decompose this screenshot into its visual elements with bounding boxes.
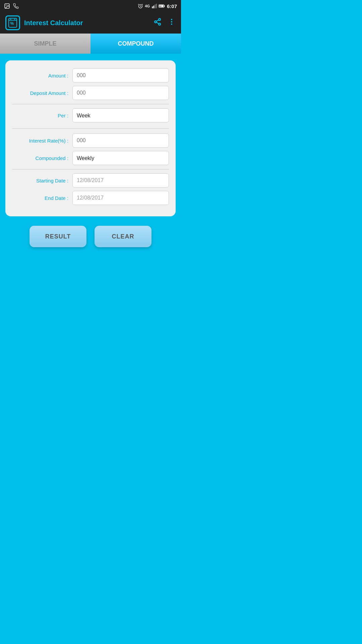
per-label: Per : [12,113,72,118]
svg-point-16 [14,19,15,20]
svg-point-1 [6,5,6,5]
interest-rate-row: Interest Rate(%) : [12,133,169,149]
svg-point-20 [159,23,161,25]
tab-compound[interactable]: COMPOUND [90,34,181,54]
svg-text:67: 67 [160,5,162,7]
more-button[interactable] [168,18,176,28]
signal-icon [152,3,157,9]
svg-line-21 [157,22,159,24]
app-logo: % [5,15,20,30]
alarm-icon [138,3,143,9]
compounded-row: Compounded : Daily Weekly Monthly Yearly [12,151,169,169]
svg-line-22 [157,20,159,21]
svg-point-25 [171,23,172,25]
svg-rect-5 [152,6,153,8]
compounded-label: Compounded : [12,155,72,161]
svg-line-4 [142,4,143,5]
starting-date-label: Starting Date : [12,178,72,183]
status-right-icons: 4G 67 6:07 [138,3,177,9]
app-bar-left: % Interest Calculator [5,15,83,30]
svg-rect-8 [156,4,157,8]
svg-rect-6 [153,6,154,8]
app-bar-right [154,18,176,28]
amount-row: Amount : [12,68,169,84]
status-left-icons [4,3,19,9]
tab-simple[interactable]: SIMPLE [0,34,90,54]
compounded-select[interactable]: Daily Weekly Monthly Yearly [72,151,169,165]
svg-point-15 [10,19,11,20]
svg-point-23 [171,19,172,20]
svg-rect-10 [164,5,165,7]
per-row: Per : Day Week Month Year [12,108,169,124]
interest-rate-label: Interest Rate(%) : [12,138,72,144]
starting-date-input[interactable] [72,173,169,187]
image-icon [4,3,10,9]
clear-button[interactable]: CLEAR [95,226,152,247]
deposit-amount-input[interactable] [72,86,169,100]
app-bar: % Interest Calculator [0,12,181,34]
svg-text:%: % [10,21,14,26]
calculator-card: Amount : Deposit Amount : Per : Day Week… [5,60,176,216]
app-title: Interest Calculator [24,19,83,27]
share-button[interactable] [154,18,162,28]
status-bar: 4G 67 6:07 [0,0,181,12]
main-content: Amount : Deposit Amount : Per : Day Week… [0,54,181,254]
svg-line-3 [138,4,139,5]
button-row: RESULT CLEAR [5,226,176,247]
deposit-amount-label: Deposit Amount : [12,90,72,96]
svg-point-19 [155,21,157,23]
per-select[interactable]: Day Week Month Year [72,108,169,122]
tab-bar: SIMPLE COMPOUND [0,34,181,54]
time-display: 6:07 [167,3,177,9]
end-date-row: End Date : [12,191,169,206]
amount-input[interactable] [72,68,169,83]
interest-rate-input[interactable] [72,133,169,148]
network-indicator: 4G [145,4,150,8]
deposit-amount-row: Deposit Amount : [12,86,169,104]
result-button[interactable]: RESULT [29,226,86,247]
end-date-input[interactable] [72,191,169,205]
battery-icon: 67 [159,4,165,8]
svg-rect-7 [155,4,156,8]
svg-point-24 [171,21,172,22]
phone-icon [13,3,19,9]
starting-date-row: Starting Date : [12,173,169,189]
end-date-label: End Date : [12,195,72,201]
amount-label: Amount : [12,73,72,78]
svg-point-18 [159,18,161,20]
